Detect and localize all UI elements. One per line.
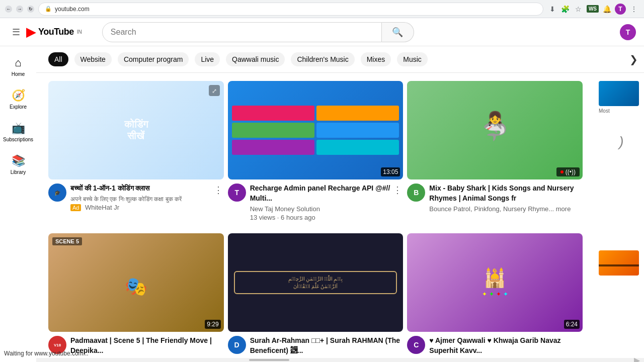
video-card-6[interactable]: 🕌 ✦ ✦ ✦ ✦ 6:24 C (407, 233, 587, 362)
video-thumb-5: بِسۡمِ اللّٰہِ الرَّحۡمٰنِ الرَّحِیۡمِاَ… (228, 233, 404, 332)
chip-music[interactable]: Music (397, 52, 428, 66)
chip-all[interactable]: All (48, 52, 68, 66)
video-duration-4: 9:29 (205, 320, 220, 329)
video-info-3: B Mix - Baby Shark | Kids Songs and Nurs… (407, 184, 583, 214)
arabic-text: بِسۡمِ اللّٰہِ الرَّحۡمٰنِ الرَّحِیۡمِاَ… (238, 275, 393, 290)
scroll-right-indicator[interactable]: ▶ (634, 355, 640, 363)
chip-mixes[interactable]: Mixes (361, 52, 391, 66)
most-label: Most (599, 108, 610, 114)
video-title-1: बच्चों की 1-ऑन-1 कोडिंग क्लास (70, 184, 182, 194)
video-menu-2[interactable]: ⋮ (392, 184, 403, 197)
live-dot-3 (560, 170, 564, 173)
star-3: ✦ (496, 291, 501, 298)
youtube-header: ☰ ▶ YouTube IN 🔍 T (0, 18, 644, 46)
browser-chrome: ← → ↻ 🔒 youtube.com ⬇ 🧩 ☆ WS 🔔 T ⋮ (0, 0, 644, 18)
ws-badge: WS (587, 5, 599, 13)
search-bar[interactable] (102, 22, 382, 42)
chip-website[interactable]: Website (74, 52, 112, 66)
video-thumb-1: कोडिंगसीखें ⤢ (48, 81, 224, 179)
thumb-content-4: SCENE 5 🎭 (48, 233, 224, 332)
video-channel-1: Ad WhiteHat Jr (70, 204, 182, 211)
extension-icon[interactable]: 🧩 (560, 4, 571, 14)
chip-qawwali-music[interactable]: Qawwali music (226, 52, 285, 66)
partial-card-top: Most (599, 81, 644, 114)
explore-icon: 🧭 (12, 89, 25, 102)
search-button[interactable]: 🔍 (382, 22, 414, 42)
scroll-thumb[interactable] (249, 359, 289, 361)
youtube-logo[interactable]: ▶ YouTube IN (26, 24, 82, 40)
video-card-2[interactable]: 13:05 T Recharge Admin panel Recharge AP… (228, 81, 408, 233)
forward-button[interactable]: → (16, 6, 23, 13)
bell-icon[interactable]: 🔔 (602, 4, 612, 14)
video-menu-1[interactable]: ⋮ (213, 184, 224, 197)
youtube-logo-icon: ▶ (26, 24, 36, 40)
sidebar-item-subscriptions[interactable]: 📺 Subscriptions (0, 116, 36, 148)
video-thumb-2: 13:05 (228, 81, 404, 179)
video-title-2: Recharge Admin panel Recharge API @#// M… (250, 184, 392, 203)
channel-avatar-2: T (228, 184, 246, 202)
youtube-logo-text: YouTube (38, 27, 74, 37)
sidebar-item-library[interactable]: 📚 Library (0, 148, 36, 181)
menu-icon[interactable]: ⋮ (629, 4, 639, 14)
sidebar-item-home[interactable]: ⌂ Home (0, 50, 36, 83)
video-card-4[interactable]: SCENE 5 🎭 9:29 V18 (48, 233, 228, 362)
partial-thumb-bottom (599, 250, 639, 276)
logo-area: ☰ ▶ YouTube IN (8, 23, 82, 42)
home-icon: ⌂ (15, 56, 21, 69)
sidebar-label-subscriptions: Subscriptions (3, 137, 33, 142)
status-text: Waiting for www.youtube.com... (4, 350, 89, 357)
padmaavat-visual: 🎭 (52, 245, 220, 328)
channel-avatar-1: 🎓 (48, 184, 66, 202)
video-info-1: 🎓 बच्चों की 1-ऑन-1 कोडिंग क्लास अपने बच्… (48, 184, 224, 212)
live-text-3: ((•)) (566, 168, 576, 175)
chip-childrens-music[interactable]: Children's Music (291, 52, 354, 66)
expand-icon: ⤢ (209, 85, 220, 96)
video-card-3[interactable]: 🦈 👧 ((•)) B Mix - Baby Shar (407, 81, 587, 233)
hamburger-menu[interactable]: ☰ (8, 23, 24, 42)
star-2: ✦ (489, 291, 494, 298)
video-title-5: Surah Ar-Rahman □□+ | Surah RAHMAN (The … (250, 336, 404, 355)
partial-card-bottom (599, 250, 644, 266)
star-1: ✦ (482, 291, 487, 298)
loading-area: ) (599, 134, 644, 150)
video-title-3: Mix - Baby Shark | Kids Songs and Nurser… (429, 184, 583, 203)
main-layout: ⌂ Home 🧭 Explore 📺 Subscriptions 📚 Libra… (0, 46, 644, 362)
refresh-button[interactable]: ↻ (27, 6, 34, 13)
address-bar[interactable]: 🔒 youtube.com (38, 3, 543, 16)
arabic-border: بِسۡمِ اللّٰہِ الرَّحۡمٰنِ الرَّحِیۡمِاَ… (234, 271, 397, 294)
user-avatar[interactable]: T (620, 24, 636, 40)
chip-computer-program[interactable]: Computer program (118, 52, 189, 66)
url-text: youtube.com (55, 6, 90, 13)
video-card-5[interactable]: بِسۡمِ اللّٰہِ الرَّحۡمٰنِ الرَّحِیۡمِاَ… (228, 233, 408, 362)
video-stats-2: 13 views · 6 hours ago (250, 214, 392, 221)
horizontal-scrollbar[interactable]: ▶ (36, 358, 644, 362)
video-subtitle-1: अपने बच्चे के लिए एक निःशुल्क कोडिंग कक्… (70, 196, 182, 203)
sidebar-item-explore[interactable]: 🧭 Explore (0, 83, 36, 116)
star-4: ✦ (503, 291, 508, 298)
star-icon[interactable]: ☆ (574, 4, 584, 14)
chips-scroll-right[interactable]: ❯ (617, 46, 644, 72)
channel-avatar-6: C (407, 336, 425, 354)
chip-live[interactable]: Live (195, 52, 220, 66)
channel-logo-1: 🎓 (54, 190, 60, 196)
partial-duration-bottom (599, 264, 639, 266)
subscriptions-icon: 📺 (12, 122, 25, 135)
video-card-1[interactable]: कोडिंगसीखें ⤢ 🎓 (48, 81, 228, 233)
lock-icon: 🔒 (45, 6, 52, 12)
scene-label: SCENE 5 (52, 237, 82, 245)
video-title-6: ♥ Ajmer Qawwali ♥ Khwaja Garib Navaz Sup… (429, 336, 583, 355)
live-badge-3: ((•)) (556, 167, 580, 176)
back-button[interactable]: ← (5, 6, 12, 13)
status-bar: Waiting for www.youtube.com... (0, 349, 93, 358)
video-info-2: T Recharge Admin panel Recharge API @#//… (228, 184, 404, 221)
video-meta-3: Mix - Baby Shark | Kids Songs and Nurser… (429, 184, 583, 214)
search-icon: 🔍 (392, 27, 403, 38)
video-meta-2: Recharge Admin panel Recharge API @#// M… (250, 184, 404, 221)
channel-avatar-5: D (228, 336, 246, 354)
profile-avatar[interactable]: T (615, 4, 626, 15)
browser-actions: ⬇ 🧩 ☆ WS 🔔 T ⋮ (547, 4, 639, 15)
search-input[interactable] (103, 28, 381, 37)
download-icon[interactable]: ⬇ (547, 4, 557, 14)
loading-spinner: ) (619, 134, 623, 150)
filter-chips: All Website Computer program Live Qawwal… (36, 46, 644, 73)
